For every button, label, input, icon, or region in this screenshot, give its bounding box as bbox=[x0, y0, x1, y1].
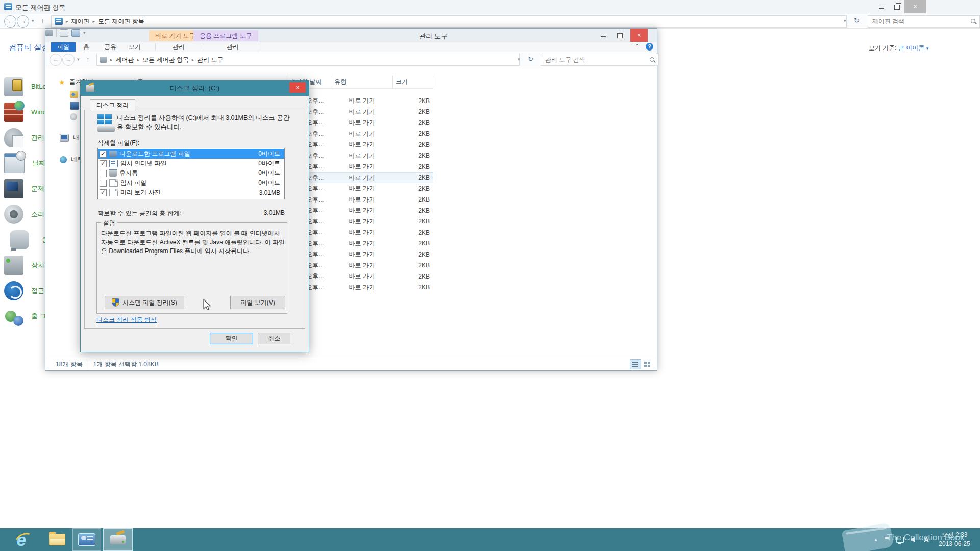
cleanup-item-icon bbox=[109, 151, 117, 157]
cleanup-item-row[interactable]: 다운로드한 프로그램 파일 0바이트 bbox=[98, 149, 284, 159]
refresh-icon[interactable]: ↻ bbox=[854, 17, 860, 24]
tab-view[interactable]: 보기 bbox=[124, 42, 145, 52]
up-button[interactable]: ↑ bbox=[41, 17, 44, 24]
file-type: 바로 가기 bbox=[346, 206, 400, 215]
tab-home[interactable]: 홈 bbox=[77, 42, 95, 52]
tab-share[interactable]: 공유 bbox=[100, 42, 121, 52]
ribbon-collapse-icon[interactable]: ⌃ bbox=[635, 43, 639, 49]
taskbar-disk-cleanup-button[interactable] bbox=[103, 528, 133, 551]
restore-button[interactable] bbox=[889, 0, 904, 13]
refresh-icon[interactable]: ↻ bbox=[528, 55, 533, 63]
taskbar-clock[interactable]: 오전 2:33 2013-06-25 bbox=[932, 530, 977, 548]
file-size: 2KB bbox=[400, 163, 433, 170]
search-input[interactable] bbox=[544, 56, 650, 64]
taskbar-ie-button[interactable]: e bbox=[7, 528, 36, 551]
details-view-button[interactable] bbox=[630, 359, 641, 369]
files-listbox[interactable]: 다운로드한 프로그램 파일 0바이트 임시 인터넷 파일 0바이트 휴지통 0바… bbox=[97, 148, 285, 199]
divider bbox=[155, 43, 156, 51]
checkbox[interactable] bbox=[100, 180, 107, 187]
view-by-value[interactable]: 큰 아이콘 bbox=[898, 44, 924, 52]
cancel-button[interactable]: 취소 bbox=[258, 333, 290, 344]
how-disk-cleanup-works-link[interactable]: 디스크 정리 작동 방식 bbox=[96, 316, 157, 324]
search-box[interactable] bbox=[868, 15, 980, 28]
cleanup-item-size: 0바이트 bbox=[258, 169, 283, 178]
cleanup-item-row[interactable]: 휴지통 0바이트 bbox=[98, 168, 284, 178]
checkbox[interactable] bbox=[100, 189, 107, 196]
search-input[interactable] bbox=[871, 17, 971, 26]
file-size: 2KB bbox=[400, 130, 433, 137]
history-dropdown-icon[interactable]: ▾ bbox=[77, 57, 80, 62]
view-files-button[interactable]: 파일 보기(V) bbox=[230, 296, 285, 309]
large-icons-view-button[interactable] bbox=[642, 359, 653, 369]
tab-manage-shortcut[interactable]: 관리 bbox=[164, 42, 193, 52]
file-type: 바로 가기 bbox=[346, 140, 400, 149]
file-type: 바로 가기 bbox=[346, 195, 400, 204]
admin-tools-app-icon bbox=[45, 30, 53, 36]
column-header-size[interactable]: 크기 bbox=[393, 76, 433, 88]
taskbar-explorer-button[interactable] bbox=[44, 528, 70, 551]
breadcrumb-root[interactable]: 제어판 bbox=[116, 56, 134, 64]
back-button[interactable]: ← bbox=[50, 54, 62, 66]
breadcrumb-mid[interactable]: 모든 제어판 항목 bbox=[142, 56, 189, 64]
minimize-button[interactable] bbox=[596, 29, 611, 42]
breadcrumb[interactable]: ▸ 제어판 ▸ 모든 제어판 항목 bbox=[51, 15, 847, 28]
file-type: 바로 가기 bbox=[346, 96, 400, 105]
computer-icon bbox=[60, 134, 69, 142]
ime-indicator[interactable]: A bbox=[924, 536, 929, 544]
cleanup-item-row[interactable]: 미리 보기 사진 3.01MB bbox=[98, 188, 284, 197]
cleanup-item-row[interactable]: 임시 파일 0바이트 bbox=[98, 178, 284, 188]
history-dropdown-icon[interactable]: ▾ bbox=[32, 18, 34, 23]
checkbox[interactable] bbox=[100, 151, 107, 158]
ok-label: 확인 bbox=[226, 334, 238, 343]
help-icon[interactable]: ? bbox=[646, 43, 653, 51]
admin-tools-addressbar: ← → ▾ ↑ ▸ 제어판 ▸ 모든 제어판 항목 ▸ 관리 도구 ▾ ↻ bbox=[45, 52, 657, 66]
admin-tools-titlebar: ▾ 바로 가기 도구 응용 프로그램 도구 관리 도구 × bbox=[45, 29, 657, 42]
column-header-type[interactable]: 유형 bbox=[331, 76, 393, 88]
tab-manage-application[interactable]: 관리 bbox=[218, 42, 248, 52]
checkbox[interactable] bbox=[100, 160, 107, 167]
forward-button[interactable]: → bbox=[17, 15, 29, 28]
close-button[interactable]: × bbox=[630, 29, 648, 42]
back-button[interactable]: ← bbox=[4, 15, 16, 28]
view-by-caret-icon[interactable]: ▾ bbox=[926, 46, 929, 51]
breadcrumb-current[interactable]: 모든 제어판 항목 bbox=[98, 17, 144, 26]
action-center-flag-icon[interactable] bbox=[885, 537, 890, 543]
network-tray-icon[interactable] bbox=[896, 537, 904, 543]
divider bbox=[56, 29, 57, 37]
cleanup-item-name: 다운로드한 프로그램 파일 bbox=[119, 149, 256, 158]
taskbar-control-panel-button[interactable] bbox=[72, 528, 101, 551]
control-panel-title: 모든 제어판 항목 bbox=[15, 3, 65, 12]
close-button[interactable]: × bbox=[289, 82, 306, 93]
clean-system-files-button[interactable]: 시스템 파일 정리(S) bbox=[105, 296, 184, 309]
tab-file[interactable]: 파일 bbox=[51, 42, 76, 52]
divider bbox=[204, 43, 204, 51]
disk-cleanup-dialog: 디스크 정리: (C:) × 디스크 정리 디스크 정리를 사용하여 (C:)에… bbox=[80, 80, 309, 352]
breadcrumb[interactable]: ▸ 제어판 ▸ 모든 제어판 항목 ▸ 관리 도구 bbox=[96, 54, 520, 66]
show-hidden-icons-icon[interactable]: ▲ bbox=[874, 537, 878, 542]
search-box[interactable] bbox=[541, 54, 659, 66]
chevron-right-icon: ▸ bbox=[93, 19, 95, 24]
new-folder-icon[interactable] bbox=[71, 29, 80, 37]
file-size: 2KB bbox=[400, 218, 433, 225]
status-bar: 18개 항목 1개 항목 선택함 1.08KB bbox=[45, 358, 657, 370]
minimize-button[interactable] bbox=[874, 0, 889, 13]
volume-icon[interactable] bbox=[911, 537, 917, 543]
cleanup-item-row[interactable]: 임시 인터넷 파일 0바이트 bbox=[98, 159, 284, 168]
restore-button[interactable] bbox=[612, 29, 627, 42]
file-type: 바로 가기 bbox=[346, 228, 400, 237]
checkbox[interactable] bbox=[100, 170, 107, 177]
ok-button[interactable]: 확인 bbox=[210, 333, 253, 344]
tab-disk-cleanup[interactable]: 디스크 정리 bbox=[90, 99, 135, 111]
contextual-tab-application-tools[interactable]: 응용 프로그램 도구 bbox=[193, 30, 258, 41]
forward-button[interactable]: → bbox=[62, 54, 75, 66]
close-button[interactable]: × bbox=[904, 0, 926, 13]
qat-dropdown-icon[interactable]: ▾ bbox=[83, 30, 86, 35]
file-type: 바로 가기 bbox=[346, 261, 400, 270]
up-button[interactable]: ↑ bbox=[86, 55, 90, 63]
properties-icon[interactable] bbox=[60, 29, 68, 37]
breadcrumb-current[interactable]: 관리 도구 bbox=[197, 56, 223, 64]
breadcrumb-root[interactable]: 제어판 bbox=[71, 17, 90, 26]
control-panel-app-icon bbox=[4, 3, 12, 10]
address-dropdown-icon[interactable]: ▾ bbox=[518, 57, 520, 62]
address-dropdown-icon[interactable]: ▾ bbox=[844, 18, 846, 23]
